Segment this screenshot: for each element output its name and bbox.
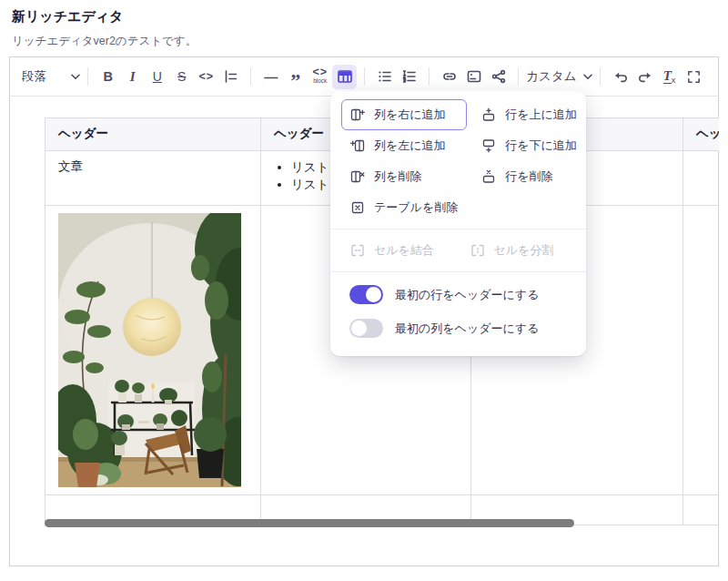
toolbar-divider	[364, 67, 365, 86]
toggle-first-row-header[interactable]: 最初の行をヘッダーにする	[341, 278, 575, 311]
undo-button[interactable]	[608, 65, 632, 89]
bullet-list-icon	[377, 68, 393, 85]
toggle-first-column-header[interactable]: 最初の列をヘッダーにする	[341, 311, 575, 345]
table-cell-empty[interactable]	[683, 495, 720, 525]
image-icon	[466, 68, 482, 85]
align-icon	[223, 68, 239, 85]
toolbar-divider	[87, 67, 88, 86]
toolbar-divider	[518, 67, 519, 86]
align-button[interactable]	[218, 65, 243, 89]
link-icon	[441, 68, 458, 85]
table-cell-empty[interactable]	[683, 206, 720, 495]
bold-icon: B	[104, 69, 113, 84]
italic-icon: I	[130, 69, 136, 85]
add-row-below-icon	[481, 138, 496, 153]
add-column-left-icon	[350, 138, 365, 153]
table-button[interactable]	[332, 65, 357, 89]
menu-item-split-cell[interactable]: セルを分割	[461, 235, 576, 266]
page-subtitle: リッチエディタver2のテストです。	[12, 34, 197, 49]
code-block-button[interactable]: <> block	[308, 65, 332, 89]
toggle-knob	[351, 321, 367, 336]
menu-item-delete-column[interactable]: 列を削除	[341, 161, 467, 192]
blockquote-button[interactable]: ”	[283, 65, 308, 89]
bullet-list-button[interactable]	[372, 65, 397, 89]
paragraph-style-select[interactable]: 段落	[22, 65, 80, 89]
italic-button[interactable]: I	[120, 65, 145, 89]
table-cell-text[interactable]: 文章	[46, 151, 261, 206]
horizontal-scrollbar-thumb[interactable]	[45, 519, 574, 527]
fullscreen-icon	[686, 69, 702, 85]
table-header-cell[interactable]: ヘッダー	[46, 118, 261, 151]
menu-item-delete-table[interactable]: テーブルを削除	[341, 192, 467, 223]
split-cell-icon	[470, 243, 485, 258]
add-column-right-icon	[350, 107, 365, 122]
ordered-list-icon	[401, 68, 418, 85]
chevron-down-icon	[583, 74, 592, 80]
strikethrough-button[interactable]: S	[169, 65, 194, 89]
toggle-knob	[366, 287, 381, 302]
menu-item-add-row-above[interactable]: 行を上に追加	[472, 99, 586, 130]
delete-row-icon	[481, 169, 496, 184]
redo-icon	[637, 68, 653, 85]
menu-item-add-column-left[interactable]: 列を左に追加	[341, 130, 467, 161]
toolbar-divider	[250, 67, 251, 86]
page-title: 新リッチエディタ	[12, 8, 123, 25]
horizontal-rule-icon: —	[264, 69, 278, 85]
clear-format-button[interactable]: T x	[657, 65, 682, 89]
table-header-cell[interactable]: ヘッダー	[683, 118, 720, 151]
table-cell-empty[interactable]	[683, 151, 720, 206]
horizontal-rule-button[interactable]: —	[258, 65, 283, 89]
delete-column-icon	[350, 169, 365, 184]
menu-grid: 列を右に追加 行を上に追加 列を左に追加 行を下に追加 列を削除	[341, 99, 575, 223]
underline-button[interactable]: U	[145, 65, 169, 89]
ordered-list-button[interactable]	[397, 65, 421, 89]
menu-divider	[330, 271, 586, 272]
custom-select-label: カスタム	[526, 68, 576, 85]
menu-item-add-row-below[interactable]: 行を下に追加	[472, 130, 586, 161]
clear-format-icon: T x	[663, 69, 676, 85]
merge-cells-icon	[350, 243, 365, 258]
table-icon	[337, 68, 353, 85]
menu-grid-empty-cell	[472, 192, 586, 223]
paragraph-style-label: 段落	[22, 68, 46, 85]
blockquote-icon: ”	[290, 68, 300, 86]
toggle-on-switch[interactable]	[349, 285, 383, 304]
image-button[interactable]	[461, 65, 486, 89]
fullscreen-button[interactable]	[682, 65, 706, 89]
share-icon	[490, 68, 507, 85]
strikethrough-icon: S	[177, 69, 186, 84]
menu-divider	[330, 229, 586, 229]
bold-button[interactable]: B	[96, 65, 120, 89]
inline-code-icon: <>	[198, 70, 214, 83]
chevron-down-icon	[71, 74, 80, 80]
custom-select[interactable]: カスタム	[526, 65, 592, 89]
menu-item-delete-row[interactable]: 行を削除	[472, 161, 586, 192]
link-button[interactable]	[437, 65, 461, 89]
share-button[interactable]	[486, 65, 511, 89]
redo-button[interactable]	[632, 65, 657, 89]
underline-icon: U	[153, 69, 162, 84]
delete-table-icon	[350, 200, 365, 215]
toolbar-divider	[600, 67, 601, 86]
add-row-above-icon	[481, 107, 496, 122]
menu-item-merge-cells[interactable]: セルを結合	[341, 235, 456, 266]
table-options-menu: 列を右に追加 行を上に追加 列を左に追加 行を下に追加 列を削除	[330, 91, 586, 356]
menu-item-add-column-right[interactable]: 列を右に追加	[341, 99, 467, 130]
menu-grid: セルを結合 セルを分割	[341, 235, 575, 266]
toggle-off-switch[interactable]	[349, 319, 383, 338]
toolbar-divider	[429, 67, 430, 86]
undo-icon	[612, 68, 629, 85]
table-cell-image[interactable]	[46, 206, 261, 495]
code-block-icon: <> block	[312, 67, 328, 86]
plants-room-photo	[58, 213, 241, 487]
inline-code-button[interactable]: <>	[194, 65, 218, 89]
